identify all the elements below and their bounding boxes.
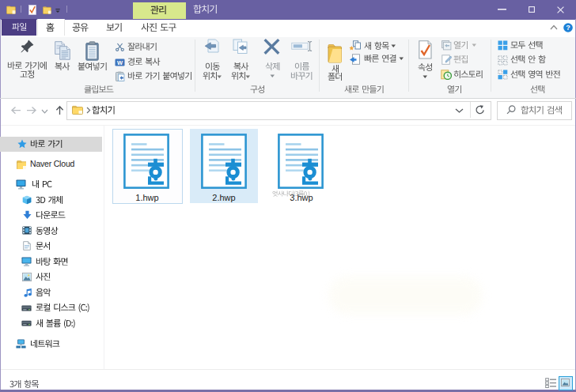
svg-text:?: ?	[566, 24, 570, 32]
svg-text:W: W	[117, 58, 123, 66]
